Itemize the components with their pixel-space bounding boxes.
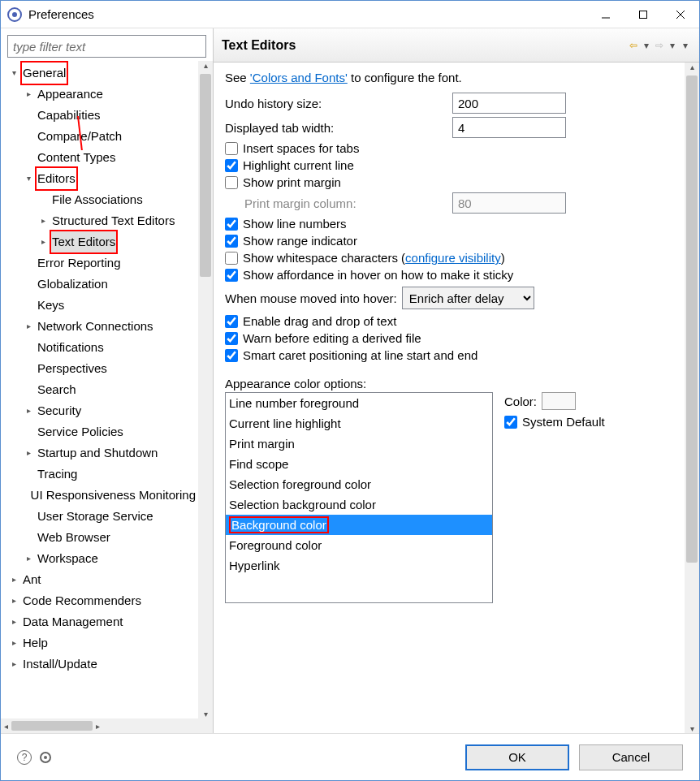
tree-item[interactable]: ▸Install/Update	[7, 654, 198, 675]
whitespace-label: Show whitespace characters (configure vi…	[243, 251, 505, 265]
tree-twisty-icon[interactable]: ▸	[7, 654, 20, 675]
dnd-checkbox[interactable]	[225, 315, 238, 328]
linenum-checkbox[interactable]	[225, 218, 238, 231]
color-label: Color:	[504, 395, 537, 408]
range-checkbox[interactable]	[225, 235, 238, 248]
hover-select[interactable]: Enrich after delay	[402, 287, 534, 309]
tree-item[interactable]: File Associations	[7, 189, 198, 210]
tree-twisty-icon[interactable]: ▸	[7, 590, 20, 611]
configure-visibility-link[interactable]: configure visibility	[405, 251, 501, 265]
tree-item-label: UI Responsiveness Monitoring	[28, 485, 198, 506]
tree-item[interactable]: Web Browser	[7, 527, 198, 548]
caret-checkbox[interactable]	[225, 349, 238, 362]
sysdefault-checkbox[interactable]	[504, 416, 517, 429]
back-menu-icon[interactable]: ▾	[641, 40, 652, 51]
color-options-list[interactable]: Line number foregroundCurrent line highl…	[225, 392, 493, 603]
printmargin-checkbox[interactable]	[225, 176, 238, 189]
maximize-button[interactable]	[624, 1, 662, 28]
color-swatch-button[interactable]	[542, 392, 576, 410]
pane-title: Text Editors	[222, 38, 628, 53]
tabwidth-label: Displayed tab width:	[225, 121, 452, 135]
tree-twisty-icon[interactable]: ▸	[37, 231, 50, 252]
tree-item[interactable]: Compare/Patch	[7, 126, 198, 147]
tree-twisty-icon[interactable]: ▸	[37, 210, 50, 231]
cancel-button[interactable]: Cancel	[579, 744, 683, 770]
tree-item-label: Appearance	[35, 84, 106, 105]
tree-item[interactable]: ▸Structured Text Editors	[7, 210, 198, 231]
color-option-item[interactable]: Hyperlink	[226, 555, 492, 576]
tree-horizontal-scrollbar[interactable]	[1, 718, 213, 733]
tree-item[interactable]: Error Reporting	[7, 252, 198, 274]
tree-item[interactable]: Globalization	[7, 274, 198, 295]
tree-twisty-icon[interactable]: ▾	[22, 168, 35, 189]
tree-item[interactable]: Capabilities	[7, 105, 198, 126]
view-menu-icon[interactable]: ▾	[680, 40, 691, 51]
color-option-item[interactable]: Find scope	[226, 454, 492, 474]
tree-item[interactable]: User Storage Service	[7, 506, 198, 527]
ooc-icon[interactable]	[40, 752, 51, 763]
tree-twisty-icon[interactable]: ▸	[7, 632, 20, 654]
svg-rect-1	[640, 11, 647, 18]
tree-twisty-icon[interactable]: ▾	[7, 63, 20, 84]
tabwidth-input[interactable]	[452, 117, 566, 138]
back-icon[interactable]: ⇦	[628, 40, 639, 51]
content-vertical-scrollbar[interactable]	[685, 63, 699, 733]
tree-item-label: Code Recommenders	[20, 590, 144, 611]
undo-input[interactable]	[452, 93, 566, 114]
color-option-item[interactable]: Background color	[226, 515, 492, 535]
tree-item[interactable]: ▾General	[7, 63, 198, 84]
tree-item[interactable]: Keys	[7, 295, 198, 316]
tree-twisty-icon[interactable]: ▸	[7, 611, 20, 632]
color-option-item[interactable]: Current line highlight	[226, 413, 492, 434]
tree-item[interactable]: Perspectives	[7, 358, 198, 379]
tree-item[interactable]: ▸Network Connections	[7, 316, 198, 337]
tree-item[interactable]: Content Types	[7, 147, 198, 168]
close-button[interactable]	[662, 1, 699, 28]
color-option-item[interactable]: Selection background color	[226, 494, 492, 515]
tree-item[interactable]: ▸Code Recommenders	[7, 590, 198, 611]
tree-item[interactable]: ▸Help	[7, 632, 198, 654]
tree-item-label: Web Browser	[35, 527, 113, 548]
tree-item[interactable]: Search	[7, 379, 198, 400]
tree-item[interactable]: Tracing	[7, 464, 198, 485]
minimize-button[interactable]	[587, 1, 624, 28]
tree-item[interactable]: Notifications	[7, 337, 198, 358]
help-icon[interactable]: ?	[17, 750, 32, 765]
tree-twisty-icon[interactable]: ▸	[22, 400, 35, 421]
window-title: Preferences	[28, 7, 587, 21]
tree-item[interactable]: ▸Data Management	[7, 611, 198, 632]
highlight-checkbox[interactable]	[225, 159, 238, 172]
linenum-label: Show line numbers	[243, 217, 347, 231]
tree-item[interactable]: ▸Startup and Shutdown	[7, 442, 198, 464]
color-option-item[interactable]: Line number foreground	[226, 393, 492, 413]
tree-item[interactable]: ▸Appearance	[7, 84, 198, 105]
forward-icon[interactable]: ⇨	[654, 40, 665, 51]
tree-item[interactable]: UI Responsiveness Monitoring	[7, 485, 198, 506]
ok-button[interactable]: OK	[465, 744, 569, 770]
highlight-label: Highlight current line	[243, 158, 354, 172]
tree-twisty-icon[interactable]: ▸	[7, 569, 20, 590]
color-option-item[interactable]: Selection foreground color	[226, 474, 492, 494]
tree-item[interactable]: ▾Editors	[7, 168, 198, 189]
affordance-checkbox[interactable]	[225, 269, 238, 282]
warn-checkbox[interactable]	[225, 332, 238, 345]
whitespace-checkbox[interactable]	[225, 252, 238, 265]
tree-item[interactable]: ▸Security	[7, 400, 198, 421]
tree-twisty-icon[interactable]: ▸	[22, 548, 35, 569]
tree-twisty-icon[interactable]: ▸	[22, 442, 35, 464]
filter-input[interactable]	[7, 35, 206, 58]
color-option-item[interactable]: Foreground color	[226, 535, 492, 555]
tree-twisty-icon[interactable]: ▸	[22, 84, 35, 105]
spaces-checkbox[interactable]	[225, 142, 238, 155]
tree-item[interactable]: ▸Workspace	[7, 548, 198, 569]
colors-fonts-link[interactable]: 'Colors and Fonts'	[250, 71, 348, 84]
tree-item[interactable]: ▸Text Editors	[7, 231, 198, 252]
tree-item-label: Capabilities	[35, 105, 103, 126]
tree-item[interactable]: Service Policies	[7, 421, 198, 442]
tree-item[interactable]: ▸Ant	[7, 569, 198, 590]
color-option-item[interactable]: Print margin	[226, 434, 492, 454]
forward-menu-icon[interactable]: ▾	[667, 40, 678, 51]
tree-vertical-scrollbar[interactable]	[198, 61, 213, 718]
tree-twisty-icon[interactable]: ▸	[22, 316, 35, 337]
preferences-tree[interactable]: ▾General▸AppearanceCapabilitiesCompare/P…	[1, 61, 198, 718]
